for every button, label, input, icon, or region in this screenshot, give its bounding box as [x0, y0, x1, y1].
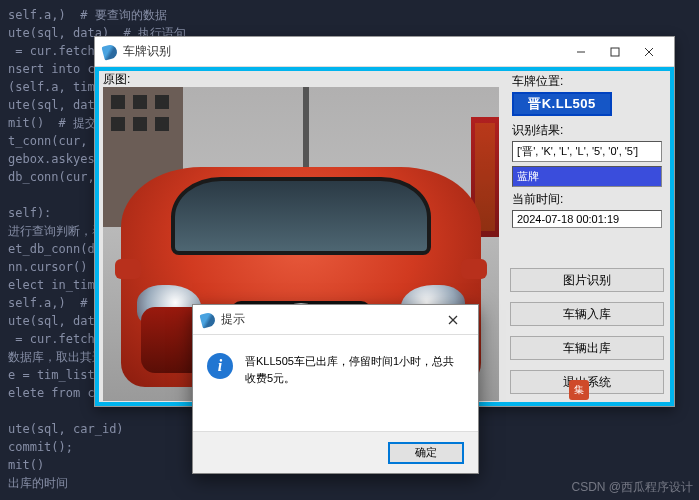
maximize-button[interactable] — [598, 40, 632, 64]
plate-color: 蓝牌 — [512, 166, 662, 187]
recognize-button[interactable]: 图片识别 — [510, 268, 664, 292]
dialog-titlebar: 提示 — [193, 305, 478, 335]
dialog-message: 晋KLL505车已出库，停留时间1小时，总共收费5元。 — [245, 353, 464, 386]
original-label: 原图: — [103, 71, 130, 88]
result-label: 识别结果: — [512, 122, 666, 139]
vehicle-out-button[interactable]: 车辆出库 — [510, 336, 664, 360]
dialog-title: 提示 — [221, 311, 436, 328]
time-label: 当前时间: — [512, 191, 666, 208]
watermark: CSDN @西瓜程序设计 — [571, 479, 693, 496]
ok-button[interactable]: 确定 — [388, 442, 464, 464]
plate-pos-label: 车牌位置: — [512, 73, 666, 90]
result-text: ['晋', 'K', 'L', 'L', '5', '0', '5'] — [512, 141, 662, 162]
dialog-close-button[interactable] — [436, 308, 470, 332]
info-icon: i — [207, 353, 233, 379]
message-dialog: 提示 i 晋KLL505车已出库，停留时间1小时，总共收费5元。 确定 — [192, 304, 479, 474]
svg-rect-1 — [611, 48, 619, 56]
vehicle-in-button[interactable]: 车辆入库 — [510, 302, 664, 326]
close-button[interactable] — [632, 40, 666, 64]
right-panel: 车牌位置: 晋K.LL505 识别结果: ['晋', 'K', 'L', 'L'… — [510, 71, 666, 402]
window-title: 车牌识别 — [123, 43, 564, 60]
current-time: 2024-07-18 00:01:19 — [512, 210, 662, 228]
plate-crop-image: 晋K.LL505 — [512, 92, 612, 116]
app-icon — [101, 43, 118, 60]
minimize-button[interactable] — [564, 40, 598, 64]
dialog-app-icon — [199, 311, 216, 328]
capture-badge: 集 — [569, 380, 589, 400]
titlebar: 车牌识别 — [95, 37, 674, 67]
